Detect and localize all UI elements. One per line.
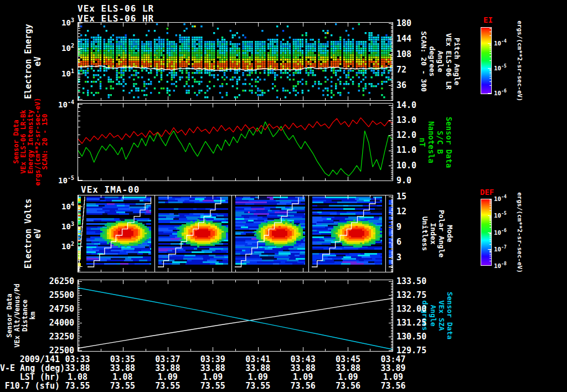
y-tick-label: 72 (396, 65, 443, 75)
panel3-title: VEx IMA-00 (81, 184, 140, 195)
y-tick-label: 24750 (28, 304, 74, 314)
footer-value: 73.56 (374, 381, 413, 391)
p1-left-axis-label: Electron EnergyeV (24, 24, 43, 99)
y-tick-label: 132.75 (396, 290, 443, 300)
y-tick-label: 102 (28, 44, 74, 53)
vex-quicklook-plot: VEx ELS-06 LR VEx ELS-06 HR VEx IMA-00 E… (0, 0, 567, 392)
y-tick-label: 131.25 (396, 318, 443, 328)
footer-value: 73.56 (329, 381, 368, 391)
y-tick-label: 104 (28, 202, 74, 211)
y-tick-label: 103 (28, 222, 74, 231)
footer-value: 73.56 (284, 381, 322, 391)
colorbar-tick-label: 10-7 (494, 246, 522, 253)
y-tick-label: 144 (396, 34, 443, 44)
footer-value: 73.55 (148, 381, 187, 391)
y-tick-label: 13.0 (396, 115, 443, 125)
colorbar-tick-label: 10-6 (494, 229, 522, 236)
altitude-sza-canvas (78, 280, 393, 352)
y-tick-label: 15 (396, 192, 443, 202)
y-tick-label: 23250 (28, 332, 74, 342)
y-tick-label: 14.0 (396, 100, 443, 110)
colorbar-tick-label: 10-5 (494, 212, 522, 219)
y-tick-label: 11.0 (396, 145, 443, 155)
els-spectrogram-canvas (78, 22, 393, 101)
y-tick-label: 12 (396, 207, 443, 216)
y-tick-label: 9.0 (396, 176, 443, 185)
y-tick-label: 132.00 (396, 304, 443, 314)
y-tick-label: 108 (396, 49, 443, 59)
p2-left-axis-label: Sensor DataVEx ELS-06 LR-BkEnergy Intens… (13, 98, 49, 186)
intensity-bfield-canvas (78, 103, 393, 181)
y-tick-label: 133.50 (396, 276, 443, 286)
colorbar-tick-label: 10-4 (494, 40, 522, 47)
y-tick-label: 25500 (28, 290, 74, 300)
ima-spectrogram-canvas (78, 195, 393, 272)
footer-value: 73.55 (58, 381, 97, 391)
footer-value: 73.55 (193, 381, 232, 391)
colorbar-tick-label: 10-5 (494, 65, 522, 72)
panel1-title-lr: VEx ELS-06 LR (78, 3, 154, 14)
footer-value: 73.55 (103, 381, 142, 391)
ei-colorbar-canvas (481, 27, 492, 94)
y-tick-label: 9 (396, 222, 443, 232)
y-tick-label: 180 (396, 18, 443, 28)
y-tick-label: 6 (396, 237, 443, 247)
ei-colorbar-title: EI (483, 16, 493, 24)
footer-row-label: F10.7 (sfu) (0, 381, 60, 391)
def-colorbar-canvas (481, 199, 492, 266)
y-tick-label: 10-5 (28, 176, 74, 185)
y-tick-label: 101 (28, 69, 74, 78)
y-tick-label: 103 (28, 18, 74, 27)
y-tick-label: 36 (396, 80, 443, 90)
def-colorbar-title: DEF (480, 188, 494, 197)
y-tick-label: 12.0 (396, 130, 443, 140)
colorbar-tick-label: 10-4 (494, 195, 522, 203)
colorbar-tick-label: 10-8 (494, 262, 522, 270)
p3-right-axis-label: ModePolar AngleIndexUnitless (421, 210, 454, 257)
y-tick-label: 24000 (28, 318, 74, 328)
y-tick-label: 26250 (28, 276, 74, 286)
y-tick-label: 102 (28, 242, 74, 251)
y-tick-label: 10.0 (396, 161, 443, 171)
colorbar-tick-label: 10-6 (494, 90, 522, 97)
y-tick-label: 3 (396, 252, 443, 262)
y-tick-label: 130.50 (396, 332, 443, 342)
y-tick-label: 10-4 (28, 100, 74, 109)
footer-value: 73.55 (239, 381, 277, 391)
